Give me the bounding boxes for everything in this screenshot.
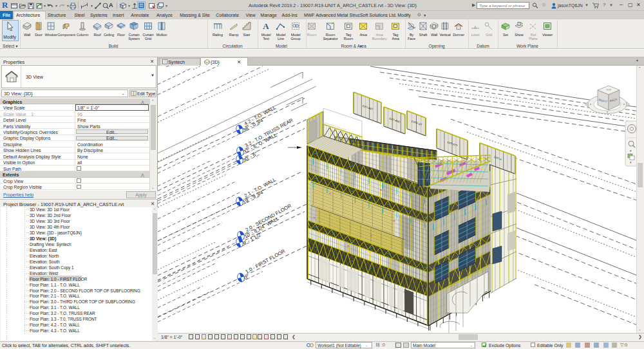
svg-text:A: A bbox=[263, 21, 269, 31]
svg-text:TOP: TOP bbox=[606, 88, 611, 91]
